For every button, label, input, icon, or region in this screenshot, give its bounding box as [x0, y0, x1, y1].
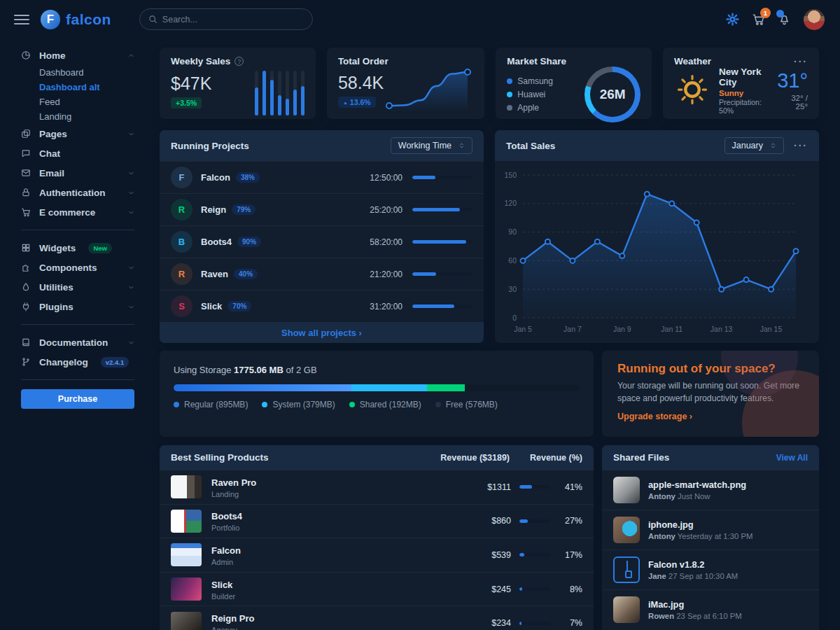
purchase-button[interactable]: Purchase: [21, 389, 134, 409]
file-name-link[interactable]: Falcon v1.8.2: [648, 559, 738, 570]
weather-precipitation: Precipitation: 50%: [719, 98, 769, 115]
more-options-icon[interactable]: ···: [794, 144, 808, 148]
project-progress-bar: [412, 240, 472, 244]
falcon-logo-icon: F: [41, 10, 60, 29]
plug-icon: [21, 302, 32, 312]
weather-condition: Sunny: [719, 89, 769, 97]
navbar-actions: 1: [726, 9, 825, 30]
product-percent: 17%: [559, 550, 582, 560]
view-all-link[interactable]: View All: [776, 453, 808, 463]
sidebar-item-ecommerce[interactable]: E commerce: [21, 202, 134, 222]
show-all-projects-link[interactable]: Show all projects ›: [281, 328, 362, 338]
more-options-icon[interactable]: ···: [794, 59, 808, 64]
working-time-select[interactable]: Working Time: [391, 137, 472, 154]
storage-legend-item: System (379MB): [262, 400, 335, 410]
product-percent: 27%: [559, 516, 582, 526]
product-progress-bar: [519, 553, 550, 556]
product-category: Admin: [211, 558, 241, 566]
product-row: Raven Pro Landing $1311 41%: [160, 470, 594, 504]
total-order-card: Total Order 58.4K ▲ 13.6%: [327, 48, 484, 119]
sidebar-divider: [21, 230, 134, 230]
sidebar-item-landing[interactable]: Landing: [21, 109, 134, 124]
file-name-link[interactable]: apple-smart-watch.png: [648, 479, 746, 490]
legend-dot: [174, 402, 179, 407]
help-question-icon[interactable]: ?: [234, 57, 244, 66]
sidebar-item-documentation[interactable]: Documentation: [21, 332, 134, 352]
file-thumbnail: [613, 596, 640, 623]
project-avatar: B: [171, 231, 192, 253]
sidebar-item-home[interactable]: Home: [21, 46, 134, 65]
book-icon: [21, 337, 32, 347]
product-name-link[interactable]: Falcon: [211, 545, 241, 556]
file-name-link[interactable]: iphone.jpg: [648, 519, 752, 530]
product-name-link[interactable]: Raven Pro: [211, 477, 256, 488]
storage-label: Using Storage: [174, 365, 231, 375]
sidebar-item-changelog[interactable]: Changelog v2.4.1: [21, 352, 134, 372]
project-time: 21:20:00: [370, 270, 402, 279]
market-share-donut: 26M: [584, 66, 640, 122]
project-name-link[interactable]: Raven: [201, 269, 228, 279]
svg-text:0: 0: [512, 314, 517, 322]
product-thumbnail: [171, 578, 202, 601]
user-avatar[interactable]: [804, 9, 825, 30]
product-name-link[interactable]: Reign Pro: [211, 613, 254, 624]
main-content: Weekly Sales ? $47K +3.5% Total Order: [160, 38, 840, 630]
sidebar-item-chat[interactable]: Chat: [21, 144, 134, 163]
sidebar-divider: [21, 324, 134, 325]
weather-temp: 31°: [777, 71, 808, 91]
project-percent-badge: 70%: [227, 301, 251, 312]
project-name-link[interactable]: Reign: [201, 204, 226, 215]
storage-legend-item: Shared (192MB): [349, 400, 421, 410]
logo-text: falcon: [66, 11, 111, 28]
logo[interactable]: F falcon: [41, 10, 111, 29]
total-order-title: Total Order: [338, 56, 388, 66]
month-select[interactable]: January: [724, 137, 784, 154]
settings-gear-icon[interactable]: [726, 13, 739, 26]
project-name-link[interactable]: Slick: [201, 301, 222, 312]
sidebar-item-components[interactable]: Components: [21, 258, 134, 277]
upgrade-storage-link[interactable]: Upgrade storage ›: [617, 412, 692, 421]
project-name-link[interactable]: Boots4: [201, 237, 232, 247]
total-order-value: 58.4K: [338, 73, 384, 93]
running-projects-list: F Falcon 38% 12:50:00 R Reign 79%: [160, 161, 484, 322]
storage-total: of 2 GB: [286, 365, 316, 375]
storage-legend-item: Free (576MB): [435, 400, 498, 410]
sidebar-item-feed[interactable]: Feed: [21, 94, 134, 109]
storage-bar: [174, 384, 580, 391]
weather-title: Weather: [674, 56, 711, 66]
sidebar-item-utilities[interactable]: Utilities: [21, 277, 134, 297]
product-thumbnail: [171, 475, 202, 498]
legend-dot: [435, 402, 441, 407]
chevron-down-icon: [128, 209, 134, 216]
weather-card: Weather ··· New York City S: [663, 48, 819, 119]
project-progress-bar: [412, 304, 472, 308]
file-name-link[interactable]: iMac.jpg: [648, 599, 742, 610]
product-category: Agency: [211, 626, 254, 630]
sidebar-item-email[interactable]: Email: [21, 163, 134, 183]
product-category: Portfolio: [211, 524, 242, 532]
notifications-bell-icon[interactable]: [778, 13, 791, 26]
cart-icon[interactable]: 1: [752, 13, 765, 26]
search-box[interactable]: [139, 8, 313, 30]
project-percent-badge: 90%: [237, 237, 261, 247]
sidebar-item-dashboard-alt[interactable]: Dashboard alt: [21, 80, 134, 94]
menu-toggle-button[interactable]: [14, 13, 29, 26]
legend-item: Samsung: [507, 76, 553, 86]
sidebar-item-plugins[interactable]: Plugins: [21, 297, 134, 316]
search-input[interactable]: [162, 15, 304, 24]
product-revenue: $539: [461, 550, 511, 560]
sidebar-item-authentication[interactable]: Authentication: [21, 183, 134, 202]
product-name-link[interactable]: Boots4: [211, 511, 242, 522]
sidebar: Home Dashboard Dashboard alt Feed Landin…: [0, 38, 160, 630]
product-revenue: $245: [461, 584, 511, 594]
shared-files-card: Shared Files View All apple-smart-watch.…: [602, 445, 819, 630]
chevron-down-icon: [128, 190, 134, 196]
sidebar-item-widgets[interactable]: Widgets New: [21, 238, 134, 258]
sidebar-item-dashboard[interactable]: Dashboard: [21, 65, 134, 80]
project-name-link[interactable]: Falcon: [201, 172, 230, 183]
legend-dot: [507, 105, 512, 111]
sidebar-item-pages[interactable]: Pages: [21, 124, 134, 144]
product-name-link[interactable]: Slick: [211, 580, 232, 590]
product-percent: 41%: [559, 482, 582, 492]
project-row: R Raven 40% 21:20:00: [160, 258, 484, 290]
